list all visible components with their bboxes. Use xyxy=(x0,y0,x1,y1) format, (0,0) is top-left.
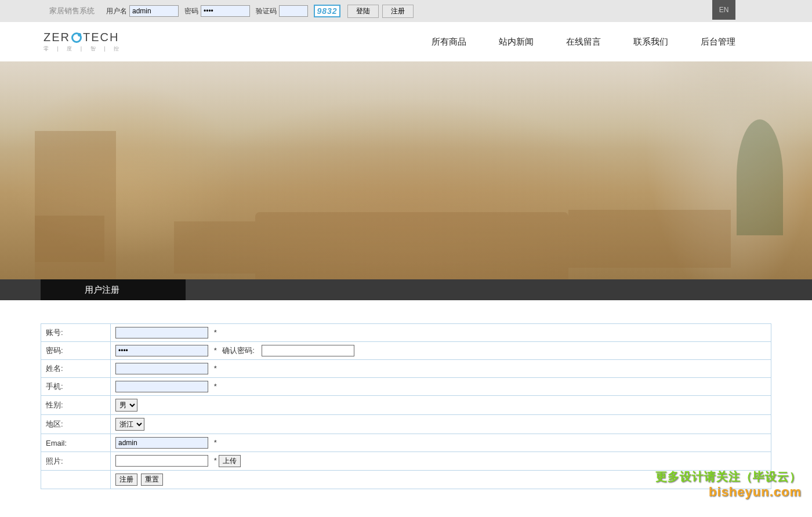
language-switch[interactable]: EN xyxy=(712,0,735,20)
gender-label: 性别: xyxy=(41,396,111,415)
phone-input[interactable] xyxy=(115,381,208,392)
account-label: 账号: xyxy=(41,324,111,342)
top-login-bar: 家居销售系统 用户名 密码 验证码 9832 登陆 注册 EN xyxy=(0,0,812,22)
name-input[interactable] xyxy=(115,363,208,374)
account-input[interactable] xyxy=(115,327,208,338)
required-mark: * xyxy=(214,438,217,447)
username-input[interactable] xyxy=(129,5,179,17)
submit-button[interactable]: 注册 xyxy=(115,474,137,486)
form-password-input[interactable] xyxy=(115,345,208,356)
password-label: 密码 xyxy=(184,6,198,16)
required-mark: * xyxy=(214,346,217,355)
email-input[interactable] xyxy=(115,437,208,449)
login-button[interactable]: 登陆 xyxy=(347,5,379,18)
region-label: 地区: xyxy=(41,415,111,434)
password-input[interactable] xyxy=(201,5,250,17)
username-label: 用户名 xyxy=(106,6,127,16)
required-mark: * xyxy=(214,364,217,373)
logo-text-left: ZER xyxy=(44,31,70,44)
register-form-area: 账号: * 密码: * 确认密码: 姓名: * 手机: xyxy=(0,300,812,507)
gender-select[interactable]: 男 xyxy=(115,399,137,412)
nav-all-products[interactable]: 所有商品 xyxy=(432,37,466,48)
photo-label: 照片: xyxy=(41,452,111,471)
register-button[interactable]: 注册 xyxy=(382,5,414,18)
section-title-bar: 用户注册 xyxy=(0,279,812,300)
form-password-label: 密码: xyxy=(41,342,111,360)
nav-contact[interactable]: 联系我们 xyxy=(633,37,668,48)
logo: ZER TECH 零 | 度 | 智 | 控 xyxy=(44,31,122,53)
logo-text-right: TECH xyxy=(83,31,119,44)
phone-label: 手机: xyxy=(41,378,111,396)
nav-admin[interactable]: 后台管理 xyxy=(701,37,735,48)
system-title: 家居销售系统 xyxy=(49,6,95,16)
register-form-table: 账号: * 密码: * 确认密码: 姓名: * 手机: xyxy=(41,323,771,489)
confirm-password-input[interactable] xyxy=(262,345,354,356)
logo-o-icon xyxy=(71,32,82,43)
upload-button[interactable]: 上传 xyxy=(219,455,241,467)
main-header: ZER TECH 零 | 度 | 智 | 控 所有商品 站内新闻 在线留言 联系… xyxy=(0,22,812,61)
main-nav: 所有商品 站内新闻 在线留言 联系我们 后台管理 xyxy=(432,37,735,48)
actions-label-cell xyxy=(41,471,111,489)
captcha-input[interactable] xyxy=(279,5,308,17)
captcha-image[interactable]: 9832 xyxy=(314,5,340,17)
name-label: 姓名: xyxy=(41,360,111,378)
reset-button[interactable]: 重置 xyxy=(141,474,163,486)
required-mark: * xyxy=(214,456,217,465)
section-title: 用户注册 xyxy=(41,279,186,300)
nav-message[interactable]: 在线留言 xyxy=(566,37,601,48)
photo-path-input[interactable] xyxy=(115,455,208,467)
required-mark: * xyxy=(214,382,217,391)
required-mark: * xyxy=(214,328,217,337)
nav-news[interactable]: 站内新闻 xyxy=(499,37,534,48)
captcha-label: 验证码 xyxy=(256,6,277,16)
region-select[interactable]: 浙江 xyxy=(115,418,144,431)
email-label: Email: xyxy=(41,434,111,452)
hero-banner xyxy=(0,61,812,279)
logo-subtitle: 零 | 度 | 智 | 控 xyxy=(44,45,122,53)
confirm-password-label: 确认密码: xyxy=(222,346,255,355)
